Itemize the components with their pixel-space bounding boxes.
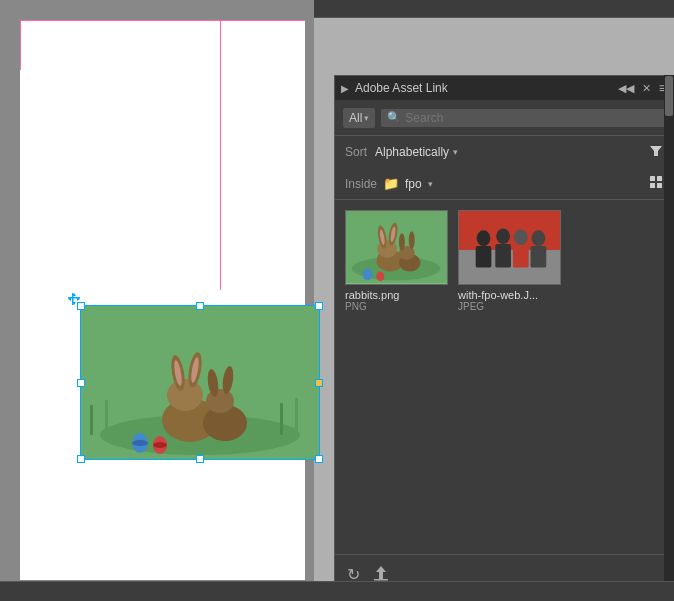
sort-chevron-icon: ▾ bbox=[453, 147, 458, 157]
guide-v bbox=[20, 20, 21, 70]
image-frame[interactable] bbox=[80, 305, 320, 460]
guide-h bbox=[20, 20, 305, 21]
folder-chevron-icon: ▾ bbox=[428, 179, 433, 189]
filter-all-label: All bbox=[349, 111, 362, 125]
folder-icon: 📁 bbox=[383, 176, 399, 191]
move-icon bbox=[67, 292, 81, 306]
sort-value: Alphabetically bbox=[375, 145, 449, 159]
scrollbar[interactable] bbox=[664, 75, 674, 595]
handle-ml[interactable] bbox=[77, 379, 85, 387]
asset-thumbnail bbox=[458, 210, 561, 285]
asset-type: JPEG bbox=[458, 301, 561, 312]
asset-item[interactable]: rabbits.png PNG bbox=[345, 210, 448, 312]
bottom-statusbar bbox=[0, 581, 674, 601]
svg-rect-27 bbox=[650, 176, 655, 181]
asset-item[interactable]: with-fpo-web.J... JPEG bbox=[458, 210, 561, 312]
search-icon: 🔍 bbox=[387, 111, 401, 124]
svg-point-42 bbox=[409, 231, 415, 249]
asset-name: rabbits.png bbox=[345, 289, 448, 301]
handle-bm[interactable] bbox=[196, 455, 204, 463]
svg-point-53 bbox=[532, 230, 546, 246]
panel-collapse-arrow[interactable]: ▶ bbox=[341, 83, 349, 94]
asset-name: with-fpo-web.J... bbox=[458, 289, 561, 301]
svg-rect-30 bbox=[657, 183, 662, 188]
selection-box bbox=[80, 305, 320, 460]
svg-point-47 bbox=[477, 230, 491, 246]
sort-row: Sort Alphabetically ▾ bbox=[335, 136, 673, 168]
inside-label: Inside bbox=[345, 177, 377, 191]
asset-type: PNG bbox=[345, 301, 448, 312]
canvas-area bbox=[0, 0, 314, 601]
rabbits-thumbnail bbox=[346, 211, 447, 284]
svg-rect-50 bbox=[495, 244, 511, 268]
people-thumbnail bbox=[459, 211, 560, 284]
svg-marker-55 bbox=[376, 566, 386, 580]
asset-grid: rabbits.png PNG bbox=[335, 200, 673, 554]
handle-tm[interactable] bbox=[196, 302, 204, 310]
filter-chevron-icon: ▾ bbox=[364, 113, 369, 123]
folder-name[interactable]: fpo bbox=[405, 177, 422, 191]
panel-title-controls: ◀◀ ✕ ≡ bbox=[618, 80, 667, 96]
svg-rect-54 bbox=[531, 246, 547, 268]
guide-v2 bbox=[220, 20, 221, 290]
handle-mr[interactable] bbox=[315, 379, 323, 387]
svg-point-49 bbox=[496, 228, 510, 244]
svg-rect-48 bbox=[476, 246, 492, 268]
svg-point-41 bbox=[399, 233, 405, 251]
search-box: 🔍 bbox=[381, 109, 665, 127]
filter-funnel-button[interactable] bbox=[649, 144, 663, 161]
handle-bl[interactable] bbox=[77, 455, 85, 463]
handle-br[interactable] bbox=[315, 455, 323, 463]
svg-point-43 bbox=[363, 269, 373, 281]
svg-rect-29 bbox=[650, 183, 655, 188]
asset-thumbnail bbox=[345, 210, 448, 285]
scrollbar-thumb[interactable] bbox=[665, 76, 673, 116]
svg-marker-26 bbox=[650, 146, 662, 156]
search-input[interactable] bbox=[405, 111, 659, 125]
svg-rect-52 bbox=[513, 245, 529, 268]
sort-label: Sort bbox=[345, 145, 367, 159]
filter-all-button[interactable]: All ▾ bbox=[343, 108, 375, 128]
svg-point-44 bbox=[376, 272, 384, 282]
panel-toolbar: All ▾ 🔍 bbox=[335, 100, 673, 136]
inside-row: Inside 📁 fpo ▾ bbox=[335, 168, 673, 200]
panel-titlebar: ▶ Adobe Asset Link ◀◀ ✕ ≡ bbox=[335, 76, 673, 100]
panel-close-button[interactable]: ✕ bbox=[642, 82, 651, 95]
handle-tr[interactable] bbox=[315, 302, 323, 310]
svg-point-51 bbox=[514, 229, 528, 245]
grid-view-button[interactable] bbox=[649, 175, 663, 192]
canvas-white bbox=[20, 20, 305, 580]
svg-rect-28 bbox=[657, 176, 662, 181]
panel-double-arrow[interactable]: ◀◀ bbox=[618, 82, 634, 95]
panel-title-left: ▶ Adobe Asset Link bbox=[341, 81, 448, 95]
panel-title: Adobe Asset Link bbox=[355, 81, 448, 95]
sort-select[interactable]: Alphabetically ▾ bbox=[375, 145, 458, 159]
svg-rect-56 bbox=[374, 579, 388, 581]
asset-link-panel: ▶ Adobe Asset Link ◀◀ ✕ ≡ All ▾ 🔍 Sort A… bbox=[334, 75, 674, 595]
